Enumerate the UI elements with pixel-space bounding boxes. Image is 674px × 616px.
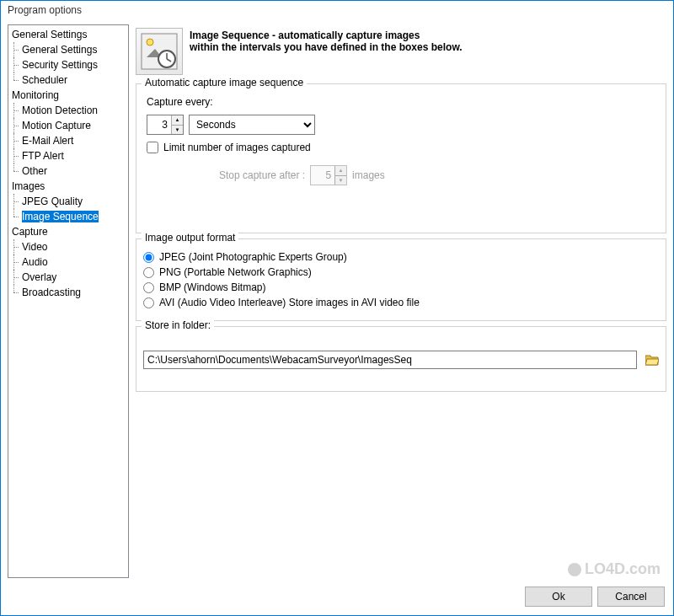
sidebar-item-other[interactable]: Other bbox=[8, 163, 128, 179]
sidebar-item-general-settings[interactable]: General Settings bbox=[8, 42, 128, 57]
page-header: Image Sequence - automatically capture i… bbox=[136, 24, 666, 78]
radio-png-label: PNG (Portable Network Graphics) bbox=[159, 266, 312, 278]
group-title-capture: Automatic capture image sequence bbox=[142, 77, 307, 88]
sidebar-item-motion-capture[interactable]: Motion Capture bbox=[8, 118, 128, 133]
radio-bmp-label: BMP (Windows Bitmap) bbox=[159, 281, 265, 293]
sidebar-item-motion-detection[interactable]: Motion Detection bbox=[8, 103, 128, 118]
sidebar-item-jpeg-quality[interactable]: JPEG Quality bbox=[8, 194, 128, 209]
dialog-buttons: Ok Cancel bbox=[1, 581, 673, 615]
content-area: General Settings General Settings Securi… bbox=[1, 21, 673, 581]
stop-after-label: Stop capture after : bbox=[219, 169, 305, 181]
header-title: Image Sequence - automatically capture i… bbox=[190, 29, 463, 41]
limit-label: Limit number of images captured bbox=[163, 142, 311, 153]
radio-png[interactable] bbox=[143, 267, 154, 278]
sidebar-item-audio[interactable]: Audio bbox=[8, 254, 128, 270]
group-store-folder: Store in folder: bbox=[136, 326, 666, 392]
sidebar-item-scheduler[interactable]: Scheduler bbox=[8, 72, 128, 88]
sidebar-item-security-settings[interactable]: Security Settings bbox=[8, 57, 128, 72]
header-text: Image Sequence - automatically capture i… bbox=[190, 28, 463, 75]
sidebar-group-monitoring[interactable]: Monitoring bbox=[8, 88, 128, 103]
sidebar-item-broadcasting[interactable]: Broadcasting bbox=[8, 285, 128, 300]
sidebar-group-capture[interactable]: Capture bbox=[8, 224, 128, 239]
options-window: Program options General Settings General… bbox=[0, 0, 674, 616]
main-panel: Image Sequence - automatically capture i… bbox=[136, 24, 666, 578]
browse-folder-icon[interactable] bbox=[645, 354, 659, 366]
spinner-up-icon: ▲ bbox=[334, 166, 346, 175]
group-title-store: Store in folder: bbox=[142, 319, 214, 331]
camera-clock-icon bbox=[136, 28, 183, 75]
capture-every-spinner[interactable]: ▲ ▼ bbox=[147, 115, 184, 135]
sidebar-group-images[interactable]: Images bbox=[8, 179, 128, 194]
radio-avi-label: AVI (Audio Video Interleave) Store image… bbox=[159, 297, 420, 308]
sidebar-item-video[interactable]: Video bbox=[8, 239, 128, 254]
radio-jpeg-label: JPEG (Joint Photographic Experts Group) bbox=[159, 251, 347, 263]
svg-point-1 bbox=[147, 39, 153, 46]
spinner-down-icon[interactable]: ▼ bbox=[171, 125, 183, 135]
cancel-button[interactable]: Cancel bbox=[597, 587, 665, 607]
sidebar-item-overlay[interactable]: Overlay bbox=[8, 270, 128, 285]
sidebar-item-image-sequence[interactable]: Image Sequence bbox=[8, 209, 128, 224]
radio-avi[interactable] bbox=[143, 297, 154, 308]
capture-every-unit[interactable]: Seconds bbox=[189, 115, 315, 135]
header-subtitle: within the intervals you have defined in… bbox=[190, 41, 463, 53]
spinner-up-icon[interactable]: ▲ bbox=[171, 115, 183, 125]
radio-bmp[interactable] bbox=[143, 282, 154, 293]
ok-button[interactable]: Ok bbox=[525, 587, 592, 607]
window-title: Program options bbox=[1, 1, 673, 21]
group-title-format: Image output format bbox=[142, 232, 238, 244]
sidebar-item-email-alert[interactable]: E-Mail Alert bbox=[8, 133, 128, 148]
radio-jpeg[interactable] bbox=[143, 252, 154, 263]
stop-after-suffix: images bbox=[352, 169, 385, 181]
capture-every-value[interactable] bbox=[147, 115, 171, 134]
group-output-format: Image output format JPEG (Joint Photogra… bbox=[136, 238, 666, 321]
sidebar-group-general[interactable]: General Settings bbox=[8, 27, 128, 42]
store-path-input[interactable] bbox=[143, 351, 637, 369]
capture-every-label: Capture every: bbox=[147, 96, 659, 108]
spinner-down-icon: ▼ bbox=[334, 175, 346, 185]
stop-after-value bbox=[311, 166, 334, 185]
stop-after-spinner: ▲ ▼ bbox=[310, 165, 347, 185]
sidebar-item-ftp-alert[interactable]: FTP Alert bbox=[8, 148, 128, 163]
group-auto-capture: Automatic capture image sequence Capture… bbox=[136, 83, 666, 233]
sidebar-tree[interactable]: General Settings General Settings Securi… bbox=[8, 24, 129, 578]
limit-checkbox[interactable] bbox=[147, 142, 158, 153]
